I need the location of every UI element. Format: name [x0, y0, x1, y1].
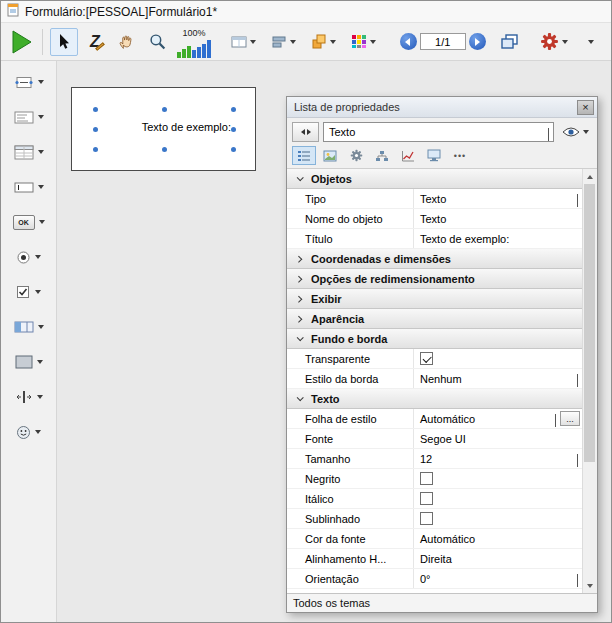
section-redimensionamento[interactable]: Opções de redimensionamento — [287, 269, 582, 289]
next-page-button[interactable] — [469, 33, 486, 50]
move-hand-tool-button[interactable] — [112, 28, 140, 56]
property-value-cell[interactable] — [413, 469, 582, 488]
tab-chart[interactable] — [396, 146, 420, 165]
property-row-transparente[interactable]: Transparente — [287, 349, 582, 369]
form-area[interactable]: Texto de exemplo: — [71, 87, 256, 171]
property-row-nome-do-objeto[interactable]: Nome do objeto Texto — [287, 209, 582, 229]
property-row-estilo-da-borda[interactable]: Estilo da borda Nenhum — [287, 369, 582, 389]
tool-picture[interactable] — [16, 421, 41, 443]
selection-handle[interactable] — [231, 127, 236, 132]
tab-property-list[interactable] — [292, 146, 316, 165]
chevron-down-icon[interactable] — [38, 80, 44, 84]
property-value-cell[interactable]: Texto — [413, 189, 582, 208]
chevron-down-icon[interactable] — [577, 574, 578, 586]
tab-events[interactable] — [370, 146, 394, 165]
zoom-bars-icon[interactable] — [177, 39, 211, 58]
chevron-down-icon[interactable] — [555, 414, 556, 426]
insert-fields-dropdown-button[interactable] — [225, 28, 262, 56]
section-aparencia[interactable]: Aparência — [287, 309, 582, 329]
section-objetos[interactable]: Objetos — [287, 169, 582, 189]
chevron-down-icon[interactable] — [38, 115, 44, 119]
panel-scrollbar[interactable] — [582, 169, 597, 593]
distribute-objects-dropdown-button[interactable] — [305, 28, 342, 56]
property-row-alinhamento-h[interactable]: Alinhamento H... Direita — [287, 549, 582, 569]
chevron-down-icon[interactable] — [577, 374, 578, 386]
property-row-negrito[interactable]: Negrito — [287, 469, 582, 489]
property-value-cell[interactable]: Segoe UI — [413, 429, 582, 448]
zoom-level-control[interactable]: 100% — [174, 26, 214, 58]
tool-checkbox[interactable] — [16, 281, 41, 303]
selected-text-object[interactable]: Texto de exemplo: — [142, 121, 231, 133]
property-value-cell[interactable]: Texto — [413, 209, 582, 228]
execute-form-button[interactable] — [7, 28, 35, 56]
chevron-down-icon[interactable] — [38, 325, 44, 329]
property-row-cor-da-fonte[interactable]: Cor da fonte Automático — [287, 529, 582, 549]
chevron-down-icon[interactable] — [577, 454, 578, 466]
checkbox-unchecked[interactable] — [420, 492, 433, 505]
pointer-tool-button[interactable] — [50, 28, 78, 56]
tool-radio-button[interactable] — [16, 246, 41, 268]
ellipsis-button[interactable]: ... — [560, 411, 580, 426]
property-value-cell[interactable]: Nenhum — [413, 369, 582, 388]
property-value-cell[interactable] — [413, 509, 582, 528]
tool-text[interactable] — [14, 71, 44, 93]
property-value-cell[interactable]: Automático — [413, 529, 582, 548]
tool-button[interactable]: OK — [13, 211, 45, 233]
property-row-tipo[interactable]: Tipo Texto — [287, 189, 582, 209]
chevron-down-icon[interactable] — [37, 395, 43, 399]
tab-picture[interactable] — [318, 146, 342, 165]
tool-tab-control[interactable] — [14, 316, 44, 338]
scrollbar-thumb[interactable] — [584, 184, 595, 462]
section-texto[interactable]: Texto — [287, 389, 582, 409]
previous-next-object-button[interactable] — [292, 122, 319, 142]
property-value-cell[interactable]: 0° — [413, 569, 582, 588]
chevron-down-icon[interactable] — [37, 360, 43, 364]
chevron-down-icon[interactable] — [548, 128, 549, 140]
section-fundo-e-borda[interactable]: Fundo e borda — [287, 329, 582, 349]
property-row-fonte[interactable]: Fonte Segoe UI — [287, 429, 582, 449]
themes-status-bar[interactable]: Todos os temas — [287, 593, 597, 612]
property-value-cell[interactable]: 12 — [413, 449, 582, 468]
close-button[interactable]: × — [577, 100, 594, 115]
selection-handle[interactable] — [231, 107, 236, 112]
tab-more[interactable]: ••• — [448, 146, 472, 165]
property-value-cell[interactable] — [413, 489, 582, 508]
tab-display[interactable] — [422, 146, 446, 165]
chevron-down-icon[interactable] — [38, 185, 44, 189]
settings-dropdown-button[interactable] — [534, 28, 574, 56]
checkbox-unchecked[interactable] — [420, 512, 433, 525]
tool-listbox[interactable] — [14, 141, 44, 163]
tool-combobox[interactable] — [14, 106, 44, 128]
tool-input-field[interactable] — [14, 176, 44, 198]
windows-list-button[interactable] — [495, 28, 523, 56]
tool-splitter[interactable] — [15, 386, 43, 408]
scroll-down-button[interactable] — [583, 578, 597, 593]
property-row-titulo[interactable]: Título Texto de exemplo: — [287, 229, 582, 249]
tool-rectangle[interactable] — [15, 351, 43, 373]
section-coordenadas[interactable]: Coordenadas e dimensões — [287, 249, 582, 269]
toolbar-overflow-button[interactable] — [577, 28, 605, 56]
tab-settings[interactable] — [344, 146, 368, 165]
selection-handle[interactable] — [231, 147, 236, 152]
property-value-cell[interactable]: Automático ... — [413, 409, 582, 428]
selection-handle[interactable] — [93, 107, 98, 112]
property-row-orientacao[interactable]: Orientação 0° — [287, 569, 582, 589]
property-row-sublinhado[interactable]: Sublinhado — [287, 509, 582, 529]
previous-page-button[interactable] — [400, 33, 417, 50]
property-value-cell[interactable]: Texto de exemplo: — [413, 229, 582, 248]
chevron-down-icon[interactable] — [38, 150, 44, 154]
entry-order-tool-button[interactable]: Z — [81, 28, 109, 56]
property-row-folha-de-estilo[interactable]: Folha de estilo Automático ... — [287, 409, 582, 429]
color-palette-dropdown-button[interactable] — [345, 28, 382, 56]
property-row-tamanho[interactable]: Tamanho 12 — [287, 449, 582, 469]
panel-title-bar[interactable]: Lista de propriedades × — [287, 97, 597, 118]
visibility-dropdown-button[interactable] — [558, 122, 592, 142]
section-exibir[interactable]: Exibir — [287, 289, 582, 309]
selection-handle[interactable] — [162, 107, 167, 112]
property-row-italico[interactable]: Itálico — [287, 489, 582, 509]
property-value-cell[interactable] — [413, 349, 582, 368]
property-value-cell[interactable]: Direita — [413, 549, 582, 568]
chevron-down-icon[interactable] — [577, 194, 578, 206]
selection-handle[interactable] — [93, 147, 98, 152]
scroll-up-button[interactable] — [583, 169, 597, 184]
